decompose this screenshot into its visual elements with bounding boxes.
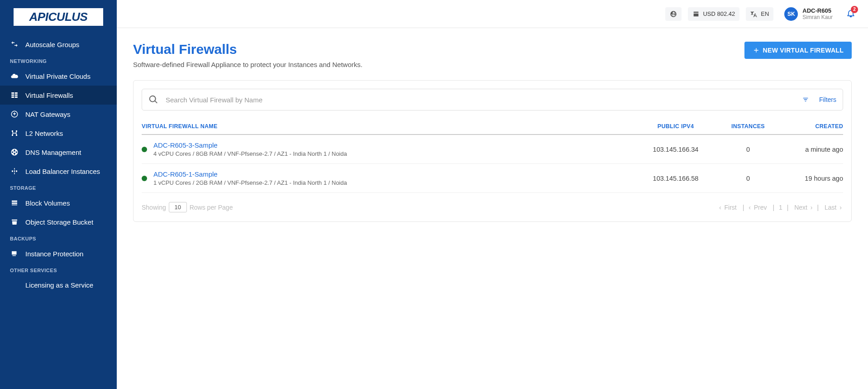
page-last[interactable]: Last › — [823, 204, 842, 211]
searchbar: Filters — [142, 89, 843, 110]
sidebar-item-nat-gateways[interactable]: NAT Gateways — [0, 105, 117, 124]
wallet-icon — [692, 10, 700, 18]
sidebar-item-label: DNS Management — [25, 149, 81, 156]
page-subtitle: Software-defined Firewall Appliance to p… — [133, 61, 362, 68]
column-name[interactable]: VIRTUAL FIREWALL NAME — [142, 123, 635, 130]
sidebar: APICULUS Autoscale Groups NETWORKING Vir… — [0, 0, 117, 389]
pagination: Showing Rows per Page ‹ First | ‹ Prev |… — [142, 202, 843, 212]
page-header: Virtual Firewalls Software-defined Firew… — [133, 42, 852, 68]
page-next[interactable]: Next › — [793, 204, 812, 211]
user-menu[interactable]: SK ADC-R605 Simran Kaur — [784, 7, 833, 21]
balance-button[interactable]: USD 802.42 — [688, 7, 739, 21]
brand-text: APICULUS — [29, 10, 88, 24]
table-row: ADC-R605-1-Sample 1 vCPU Cores / 2GB RAM… — [142, 164, 843, 193]
autoscale-icon — [10, 40, 19, 48]
status-indicator — [142, 176, 147, 181]
language-button[interactable]: EN — [746, 7, 773, 21]
brand-logo[interactable]: APICULUS — [14, 8, 103, 26]
sidebar-item-licensing[interactable]: Licensing as a Service — [0, 276, 117, 294]
loadbalancer-icon — [10, 167, 19, 175]
globe-icon — [670, 10, 677, 18]
firewall-spec: 4 vCPU Cores / 8GB RAM / VNF-Pfsense-2.7… — [153, 150, 347, 157]
filters-button[interactable]: Filters — [802, 96, 836, 103]
sidebar-item-load-balancer[interactable]: Load Balancer Instances — [0, 162, 117, 181]
user-name: Simran Kaur — [802, 14, 833, 20]
sidebar-item-label: NAT Gateways — [25, 110, 70, 118]
cloud-icon — [10, 72, 19, 80]
page-current: 1 — [779, 204, 782, 211]
bucket-icon — [10, 218, 19, 226]
plus-icon — [753, 47, 760, 54]
firewall-table: VIRTUAL FIREWALL NAME PUBLIC IPV4 INSTAN… — [142, 119, 843, 193]
globe-icon — [10, 148, 19, 156]
table-header: VIRTUAL FIREWALL NAME PUBLIC IPV4 INSTAN… — [142, 119, 843, 135]
gateway-icon — [10, 110, 19, 118]
page-title: Virtual Firewalls — [133, 42, 362, 57]
firewall-spec: 1 vCPU Cores / 2GB RAM / VNF-Pfsense-2.7… — [153, 179, 347, 186]
sidebar-item-label: Load Balancer Instances — [25, 168, 100, 175]
sidebar-item-autoscale-groups[interactable]: Autoscale Groups — [0, 35, 117, 54]
sidebar-item-label: Block Volumes — [25, 199, 70, 207]
shield-icon — [10, 250, 19, 258]
sidebar-item-label: Licensing as a Service — [25, 281, 93, 289]
main-panel: USD 802.42 EN SK ADC-R605 Simran Kaur 2 — [117, 0, 868, 389]
sidebar-item-l2-networks[interactable]: L2 Networks — [0, 124, 117, 143]
section-heading-storage: STORAGE — [0, 181, 117, 193]
translate-icon — [750, 10, 758, 18]
sidebar-item-label: Instance Protection — [25, 250, 83, 258]
cell-created: a minute ago — [780, 146, 843, 153]
sidebar-item-instance-protection[interactable]: Instance Protection — [0, 244, 117, 263]
pager-controls: ‹ First | ‹ Prev | 1 | Next › | Last › — [718, 204, 843, 211]
notification-badge: 2 — [851, 6, 858, 13]
sidebar-item-label: Virtual Firewalls — [25, 91, 73, 99]
section-heading-networking: NETWORKING — [0, 54, 117, 67]
globe-button[interactable] — [665, 7, 682, 21]
language-value: EN — [761, 10, 769, 17]
filters-label: Filters — [819, 96, 836, 103]
sidebar-item-object-storage[interactable]: Object Storage Bucket — [0, 212, 117, 231]
cell-instances: 0 — [716, 146, 780, 153]
sidebar-item-block-volumes[interactable]: Block Volumes — [0, 193, 117, 212]
rows-label: Rows per Page — [190, 204, 233, 211]
cell-ip: 103.145.166.58 — [635, 175, 716, 182]
avatar: SK — [784, 7, 798, 21]
status-indicator — [142, 147, 147, 152]
table-row: ADC-R605-3-Sample 4 vCPU Cores / 8GB RAM… — [142, 135, 843, 164]
sidebar-item-label: L2 Networks — [25, 130, 63, 137]
cell-ip: 103.145.166.34 — [635, 146, 716, 153]
section-heading-other: OTHER SERVICES — [0, 263, 117, 276]
topbar: USD 802.42 EN SK ADC-R605 Simran Kaur 2 — [117, 0, 868, 28]
search-icon — [148, 95, 158, 105]
firewall-name-link[interactable]: ADC-R605-3-Sample — [153, 141, 347, 149]
page-prev[interactable]: ‹ Prev — [749, 204, 768, 211]
column-instances[interactable]: INSTANCES — [716, 123, 780, 130]
section-heading-backups: BACKUPS — [0, 231, 117, 244]
showing-label: Showing — [142, 204, 166, 211]
rows-per-page-input[interactable] — [169, 202, 187, 212]
page-first[interactable]: ‹ First — [719, 204, 738, 211]
volumes-icon — [10, 199, 19, 207]
content: Virtual Firewalls Software-defined Firew… — [117, 28, 868, 389]
cell-created: 19 hours ago — [780, 175, 843, 182]
network-icon — [10, 129, 19, 137]
search-input[interactable] — [166, 96, 802, 104]
user-code: ADC-R605 — [802, 7, 833, 14]
new-virtual-firewall-button[interactable]: NEW VIRTUAL FIREWALL — [744, 42, 852, 59]
sidebar-item-label: Autoscale Groups — [25, 41, 79, 48]
column-created[interactable]: CREATED — [780, 123, 843, 130]
filter-icon — [802, 96, 809, 103]
sidebar-item-label: Virtual Private Clouds — [25, 72, 91, 80]
sidebar-item-dns-management[interactable]: DNS Management — [0, 143, 117, 162]
sidebar-item-vpc[interactable]: Virtual Private Clouds — [0, 67, 117, 86]
notifications-button[interactable]: 2 — [846, 9, 855, 19]
balance-value: USD 802.42 — [703, 10, 735, 17]
sidebar-item-label: Object Storage Bucket — [25, 218, 93, 226]
sidebar-item-virtual-firewalls[interactable]: Virtual Firewalls — [0, 86, 117, 105]
column-ip[interactable]: PUBLIC IPV4 — [635, 123, 716, 130]
cell-instances: 0 — [716, 175, 780, 182]
new-button-label: NEW VIRTUAL FIREWALL — [763, 47, 844, 54]
firewall-name-link[interactable]: ADC-R605-1-Sample — [153, 170, 347, 178]
firewall-icon — [10, 91, 19, 99]
list-card: Filters VIRTUAL FIREWALL NAME PUBLIC IPV… — [133, 80, 852, 222]
